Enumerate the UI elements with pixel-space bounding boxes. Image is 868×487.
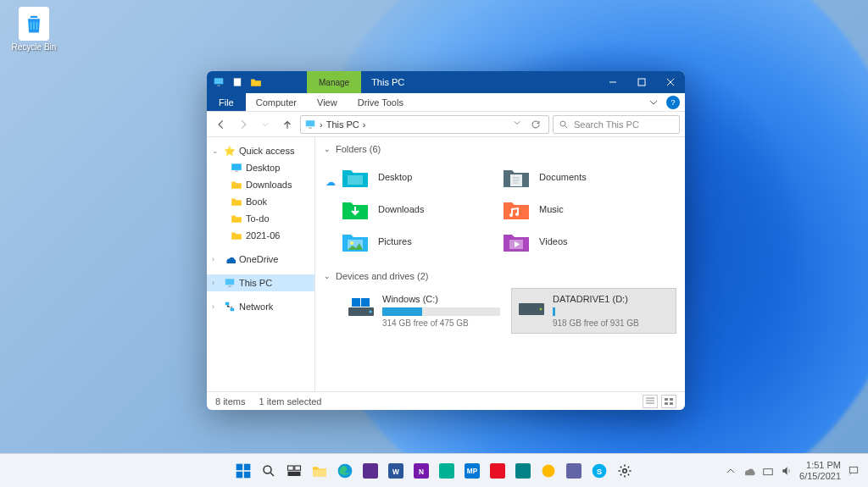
app-icon[interactable] [513,461,533,481]
svg-point-19 [370,311,372,313]
app-icon[interactable]: MP [462,461,482,481]
drive-d[interactable]: DATADRIVE1 (D:)918 GB free of 931 GB [511,288,676,334]
taskbar[interactable]: W N MP S 1:51 PM 6/15/2021 [0,453,868,487]
properties-icon[interactable] [231,75,244,89]
system-tray[interactable]: 1:51 PM 6/15/2021 [726,460,860,480]
svg-rect-46 [515,463,531,479]
help-icon[interactable]: ? [666,96,680,109]
folder-downloads[interactable]: Downloads [341,193,502,225]
onedrive-icon [224,253,236,265]
skype-taskbtn[interactable]: S [589,461,609,481]
search-button[interactable] [259,461,279,481]
status-bar: 8 items 1 item selected [207,391,685,410]
sidebar-item-book[interactable]: Book [207,193,314,210]
svg-rect-5 [309,127,312,128]
sidebar-this-pc[interactable]: ›This PC [207,274,314,291]
thispc-icon[interactable] [212,75,225,89]
svg-text:N: N [419,468,424,475]
thispc-breadcrumb-icon [304,119,316,130]
up-button[interactable] [278,115,297,134]
folder-icon [231,230,242,241]
sidebar-item-todo[interactable]: To-do [207,210,314,227]
ribbon: File Computer View Drive Tools ? [207,93,685,112]
back-button[interactable] [212,115,231,134]
folder-icon[interactable] [249,75,263,89]
view-details-button[interactable] [643,395,658,408]
breadcrumb[interactable]: › This PC › [320,119,365,130]
minimize-button[interactable] [598,71,627,93]
sidebar-item-desktop[interactable]: Desktop [207,159,314,176]
address-input[interactable]: › This PC › [300,115,549,134]
folder-desktop[interactable]: ☁Desktop [341,161,502,193]
app-icon[interactable] [360,461,381,481]
folder-videos[interactable]: Videos [502,225,663,257]
svg-point-32 [264,466,271,473]
network-tray-icon[interactable] [762,465,774,477]
svg-rect-13 [348,175,363,185]
task-view-button[interactable] [284,461,304,481]
search-input[interactable]: Search This PC [553,115,680,134]
close-button[interactable] [656,71,685,93]
svg-rect-52 [764,468,773,474]
manage-tab[interactable]: Manage [307,71,361,93]
start-button[interactable] [233,461,253,481]
maximize-button[interactable] [627,71,656,93]
settings-taskbtn[interactable] [615,461,635,481]
onenote-taskbtn[interactable]: N [411,461,431,481]
ribbon-tab-computer[interactable]: Computer [246,97,307,108]
app-icon[interactable] [538,461,559,481]
ribbon-expand-icon[interactable] [646,98,661,107]
word-taskbtn[interactable]: W [386,461,406,481]
teams-taskbtn[interactable] [564,461,584,481]
refresh-icon[interactable] [526,119,545,130]
quick-access-toolbar [207,75,268,89]
status-item-count: 8 items [215,396,245,407]
svg-rect-31 [244,471,251,478]
onedrive-tray-icon[interactable] [742,466,755,476]
folder-pictures[interactable]: Pictures [341,225,502,257]
folder-icon [231,196,242,208]
svg-point-6 [560,121,565,126]
recycle-bin[interactable]: Recycle Bin [8,7,59,52]
navigation-pane: ⌄⭐Quick access Desktop Downloads Book To… [207,137,315,391]
ribbon-tab-view[interactable]: View [307,97,348,108]
edge-taskbtn[interactable] [335,461,355,481]
folder-documents[interactable]: Documents [502,161,663,193]
downloads-icon [231,179,242,191]
svg-rect-34 [295,466,301,470]
recent-dropdown[interactable] [256,115,275,134]
app-icon[interactable] [437,461,457,481]
app-icon[interactable] [487,461,508,481]
svg-point-47 [542,464,555,477]
svg-rect-3 [638,79,645,86]
addr-dropdown-icon[interactable] [509,119,525,130]
sidebar-item-2021-06[interactable]: 2021-06 [207,227,314,244]
view-large-button[interactable] [661,395,676,408]
svg-rect-2 [234,79,241,86]
svg-text:S: S [597,468,602,476]
titlebar[interactable]: Manage This PC [207,71,685,93]
sidebar-onedrive[interactable]: ›OneDrive [207,251,314,268]
drives-group-header[interactable]: ⌄Devices and drives (2) [324,268,676,285]
forward-button[interactable] [234,115,253,134]
folder-music[interactable]: Music [502,193,663,225]
taskbar-clock[interactable]: 1:51 PM 6/15/2021 [799,460,841,480]
file-menu[interactable]: File [207,93,246,111]
svg-rect-24 [665,398,668,401]
svg-rect-0 [214,78,224,84]
ribbon-tab-drive-tools[interactable]: Drive Tools [348,97,414,108]
volume-tray-icon[interactable] [781,465,793,477]
music-folder-icon [502,196,531,222]
pictures-folder-icon [341,229,370,254]
folders-group-header[interactable]: ⌄Folders (6) [324,141,676,158]
drive-c[interactable]: Windows (C:)314 GB free of 475 GB [341,288,506,334]
sidebar-quick-access[interactable]: ⌄⭐Quick access [207,142,314,159]
sidebar-network[interactable]: ›Network [207,298,314,315]
svg-rect-28 [236,463,243,470]
sidebar-item-downloads[interactable]: Downloads [207,176,314,193]
svg-rect-1 [217,86,220,86]
tray-chevron-icon[interactable] [726,467,735,475]
drive-d-usage-bar [553,307,670,316]
notifications-tray-icon[interactable] [848,465,860,477]
file-explorer-taskbtn[interactable] [309,461,330,481]
